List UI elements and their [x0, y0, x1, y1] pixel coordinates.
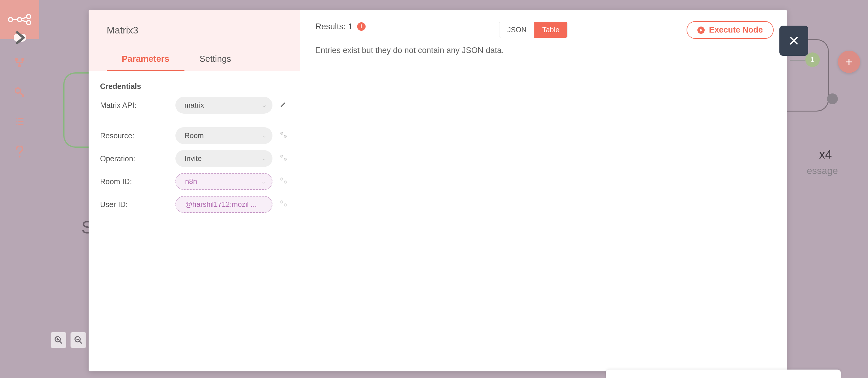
svg-rect-9 — [19, 64, 21, 67]
resource-value: Room — [184, 131, 204, 140]
svg-point-3 — [27, 21, 31, 25]
svg-point-40 — [285, 204, 286, 205]
results-count: Results: 1 — [315, 22, 353, 31]
parameters-body: Credentials Matrix API: matrix ⌵ Resourc… — [89, 71, 300, 371]
svg-point-26 — [281, 133, 282, 133]
param-row-operation: Operation: Invite ⌵ — [100, 150, 289, 167]
svg-point-38 — [281, 201, 282, 202]
panel-tabs: Parameters Settings — [107, 48, 282, 71]
tab-settings[interactable]: Settings — [184, 48, 246, 71]
user-id-value: @harshil1712:mozil ... — [185, 200, 257, 209]
operation-select[interactable]: Invite ⌵ — [176, 150, 273, 167]
executions-icon[interactable] — [14, 116, 25, 129]
svg-point-36 — [285, 182, 286, 182]
sidebar-nav — [14, 57, 25, 160]
gears-icon — [279, 176, 288, 185]
svg-point-28 — [285, 136, 286, 136]
close-modal-button[interactable] — [779, 26, 808, 56]
bottom-panel-peek — [606, 370, 841, 378]
view-toggle: JSON Table — [499, 22, 567, 38]
param-label-matrix-api: Matrix API: — [100, 101, 176, 110]
chevron-right-icon — [14, 30, 26, 45]
node-editor-modal: Matrix3 Parameters Settings Credentials … — [89, 10, 787, 371]
user-id-input[interactable]: @harshil1712:mozil ... — [176, 196, 273, 213]
tab-parameters[interactable]: Parameters — [107, 48, 184, 71]
param-label-room-id: Room ID: — [100, 177, 176, 186]
panel-header: Matrix3 Parameters Settings — [89, 10, 300, 71]
svg-line-6 — [22, 20, 27, 22]
view-json-button[interactable]: JSON — [499, 22, 534, 38]
close-icon — [788, 35, 799, 46]
matrix-api-value: matrix — [184, 101, 204, 109]
svg-line-19 — [60, 341, 62, 344]
credentials-icon[interactable] — [14, 87, 25, 99]
param-row-room-id: Room ID: n8n ⌵ — [100, 173, 289, 190]
play-icon — [698, 27, 705, 34]
room-id-options-button[interactable] — [278, 176, 289, 187]
svg-point-34 — [281, 179, 282, 179]
view-table-button[interactable]: Table — [534, 22, 567, 38]
svg-line-23 — [80, 341, 82, 344]
chevron-down-icon: ⌵ — [262, 155, 266, 162]
divider — [100, 120, 289, 120]
edit-credential-button[interactable] — [278, 101, 289, 110]
resource-options-button[interactable] — [278, 130, 289, 141]
zoom-controls — [51, 332, 86, 348]
execute-node-label: Execute Node — [709, 25, 763, 35]
canvas-node-matrix4-subtitle: essage — [807, 165, 838, 176]
app-sidebar — [0, 0, 39, 378]
zoom-in-icon — [54, 336, 63, 345]
canvas-node-matrix4-title: x4 — [819, 148, 832, 161]
svg-rect-7 — [15, 58, 18, 61]
zoom-in-button[interactable] — [51, 332, 66, 348]
workflows-icon[interactable] — [14, 57, 25, 70]
param-label-user-id: User ID: — [100, 200, 176, 209]
param-row-matrix-api: Matrix API: matrix ⌵ — [100, 97, 289, 114]
sidebar-expand-button[interactable] — [14, 34, 26, 41]
execute-node-button[interactable]: Execute Node — [687, 21, 774, 39]
node-title: Matrix3 — [107, 25, 282, 36]
operation-value: Invite — [184, 154, 202, 163]
param-label-operation: Operation: — [100, 154, 176, 163]
operation-options-button[interactable] — [278, 153, 289, 164]
room-id-value: n8n — [185, 177, 197, 186]
param-row-resource: Resource: Room ⌵ — [100, 127, 289, 144]
svg-line-5 — [22, 17, 27, 19]
add-node-button[interactable]: + — [838, 51, 860, 73]
svg-rect-8 — [22, 58, 24, 61]
results-empty-message: Entries exist but they do not contain an… — [315, 46, 772, 55]
svg-point-32 — [285, 159, 286, 159]
param-label-resource: Resource: — [100, 131, 176, 140]
chevron-down-icon: ⌵ — [262, 178, 265, 185]
room-id-select[interactable]: n8n ⌵ — [176, 173, 273, 190]
resource-select[interactable]: Room ⌵ — [176, 127, 273, 144]
results-panel: Results: 1 i JSON Table Execute Node Ent… — [300, 10, 787, 371]
canvas-node-output-port — [827, 93, 838, 104]
matrix-api-select[interactable]: matrix ⌵ — [176, 97, 273, 114]
svg-point-2 — [27, 14, 31, 19]
svg-point-0 — [8, 18, 13, 22]
svg-point-30 — [281, 156, 282, 156]
pencil-icon — [280, 101, 287, 108]
credentials-header: Credentials — [100, 82, 289, 91]
gears-icon — [279, 199, 288, 208]
chevron-down-icon: ⌵ — [262, 102, 266, 108]
gears-icon — [279, 130, 288, 139]
param-row-user-id: User ID: @harshil1712:mozil ... — [100, 196, 289, 213]
zoom-out-button[interactable] — [70, 332, 86, 348]
user-id-options-button[interactable] — [278, 199, 289, 210]
gears-icon — [279, 153, 288, 162]
svg-point-1 — [18, 18, 22, 22]
n8n-logo-icon — [7, 12, 32, 27]
app-logo[interactable] — [0, 0, 39, 39]
parameters-panel: Matrix3 Parameters Settings Credentials … — [89, 10, 300, 371]
results-info-icon[interactable]: i — [357, 22, 366, 31]
svg-point-17 — [19, 156, 21, 157]
chevron-down-icon: ⌵ — [262, 132, 266, 139]
help-icon[interactable] — [15, 146, 24, 160]
zoom-out-icon — [74, 336, 83, 345]
